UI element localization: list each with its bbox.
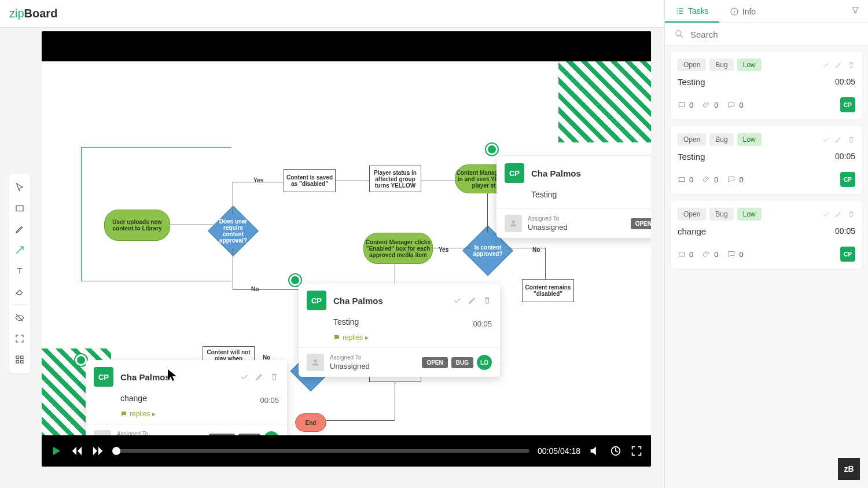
pointer-tool[interactable] (9, 177, 30, 198)
tab-tasks[interactable]: Tasks (665, 0, 719, 23)
status-open-chip[interactable]: OPEN (422, 357, 447, 368)
assignee-name[interactable]: Unassigned (528, 223, 568, 232)
resolve-icon[interactable] (240, 372, 249, 381)
task-status-chip[interactable]: Open (678, 133, 706, 146)
edit-icon[interactable] (834, 61, 843, 69)
priority-low-chip[interactable]: LO (264, 431, 279, 435)
assignee-avatar-placeholder (94, 430, 111, 435)
stat-comments: 0 (727, 250, 743, 259)
search-icon (674, 29, 685, 39)
rectangle-tool[interactable] (9, 198, 30, 219)
toolbar-divider (13, 304, 27, 305)
play-button[interactable] (50, 445, 62, 457)
grid-tool[interactable] (9, 349, 30, 370)
status-open-chip[interactable]: OPEN (631, 218, 651, 229)
settings-button[interactable] (609, 445, 622, 457)
fullscreen-tool[interactable] (9, 328, 30, 349)
filter-button[interactable] (843, 0, 868, 23)
resolve-icon[interactable] (822, 135, 830, 144)
tab-info[interactable]: Info (719, 0, 766, 23)
time-display: 00:05/04:18 (538, 446, 580, 456)
delete-icon[interactable] (483, 296, 492, 305)
flow-node-remains-disabled: Content remains "disabled" (522, 279, 574, 302)
task-assignee-avatar[interactable]: CP (840, 97, 855, 112)
svg-rect-13 (679, 252, 684, 256)
eraser-tool[interactable] (9, 281, 30, 302)
task-type-chip[interactable]: Bug (709, 58, 733, 71)
commenter-name: Cha Palmos (120, 372, 170, 382)
delete-icon[interactable] (847, 135, 855, 144)
resolve-icon[interactable] (453, 296, 462, 305)
flow-node-end: End (295, 413, 326, 432)
replies-link[interactable]: replies ▸ (120, 410, 279, 418)
brand-badge: zB (838, 458, 860, 480)
task-type-chip[interactable]: Bug (709, 208, 733, 221)
tasks-panel: Tasks Info Open Bug Low (664, 0, 868, 488)
edit-icon[interactable] (255, 372, 264, 381)
video-controls: 00:05/04:18 (42, 435, 651, 467)
commenter-avatar: CP (307, 291, 326, 310)
logo-zip: zip (9, 7, 24, 20)
task-status-chip[interactable]: Open (678, 208, 706, 221)
text-tool[interactable] (9, 260, 30, 281)
hide-annotations-tool[interactable] (9, 307, 30, 328)
commenter-name: Cha Palmos (531, 168, 581, 178)
pencil-tool[interactable] (9, 219, 30, 240)
logo-board: Board (24, 7, 58, 20)
flow-node-saved-disabled: Content is saved as "disabled" (284, 169, 336, 192)
stat-attachments: 0 (703, 250, 718, 259)
stat-screenshots: 0 (678, 101, 693, 109)
type-bug-chip[interactable]: BUG (451, 357, 473, 368)
task-card[interactable]: Open Bug Low change 00:05 0 0 0 (671, 201, 862, 269)
type-bug-chip[interactable]: BUG (238, 434, 260, 436)
edit-icon[interactable] (834, 210, 843, 218)
replies-link[interactable]: replies ▸ (333, 333, 492, 342)
search-input[interactable] (690, 30, 859, 39)
task-priority-chip[interactable]: Low (737, 133, 762, 146)
task-assignee-avatar[interactable]: CP (840, 172, 855, 187)
priority-low-chip[interactable]: LO (477, 355, 492, 370)
delete-icon[interactable] (270, 372, 279, 381)
progress-bar[interactable] (112, 449, 529, 453)
stat-attachments: 0 (703, 175, 718, 184)
assignee-avatar-placeholder (505, 215, 522, 232)
assigned-to-label: Assigned To (117, 431, 157, 436)
task-type-chip[interactable]: Bug (709, 133, 733, 146)
volume-button[interactable] (589, 445, 601, 457)
arrow-tool[interactable] (9, 240, 30, 260)
status-open-chip[interactable]: OPEN (209, 434, 234, 436)
forward-button[interactable] (91, 445, 104, 457)
edit-icon[interactable] (834, 135, 843, 144)
progress-knob[interactable] (112, 447, 120, 455)
task-card[interactable]: Open Bug Low Testing 00:05 0 0 0 (671, 126, 862, 194)
assignee-name[interactable]: Unassigned (330, 362, 370, 370)
assignee-avatar-placeholder (307, 354, 324, 371)
comment-text: Testing (333, 317, 359, 326)
commenter-avatar: CP (505, 163, 524, 183)
task-assignee-avatar[interactable]: CP (840, 247, 855, 262)
fullscreen-button[interactable] (630, 445, 643, 457)
video-frame: User uploads new content to Library Does… (42, 61, 651, 435)
svg-rect-0 (16, 206, 23, 211)
task-priority-chip[interactable]: Low (737, 58, 762, 71)
delete-icon[interactable] (847, 61, 855, 69)
rewind-button[interactable] (71, 445, 83, 457)
svg-point-6 (314, 359, 317, 362)
search-row (665, 23, 868, 46)
flow-node-start: User uploads new content to Library (104, 210, 170, 241)
task-list: Open Bug Low Testing 00:05 0 0 0 (665, 46, 868, 488)
decoration-stripes-top (558, 61, 651, 142)
task-status-chip[interactable]: Open (678, 58, 706, 71)
edit-icon[interactable] (468, 296, 477, 305)
task-priority-chip[interactable]: Low (737, 208, 762, 221)
logo: zipBoard (9, 7, 57, 20)
resolve-icon[interactable] (822, 210, 830, 218)
task-timestamp: 00:05 (835, 152, 855, 162)
resolve-icon[interactable] (822, 61, 830, 69)
commenter-name: Cha Palmos (333, 296, 383, 306)
svg-point-10 (676, 31, 681, 36)
svg-rect-11 (679, 103, 684, 107)
delete-icon[interactable] (847, 210, 855, 218)
task-card[interactable]: Open Bug Low Testing 00:05 0 0 0 (671, 52, 862, 119)
annotation-marker-3[interactable] (485, 142, 499, 156)
